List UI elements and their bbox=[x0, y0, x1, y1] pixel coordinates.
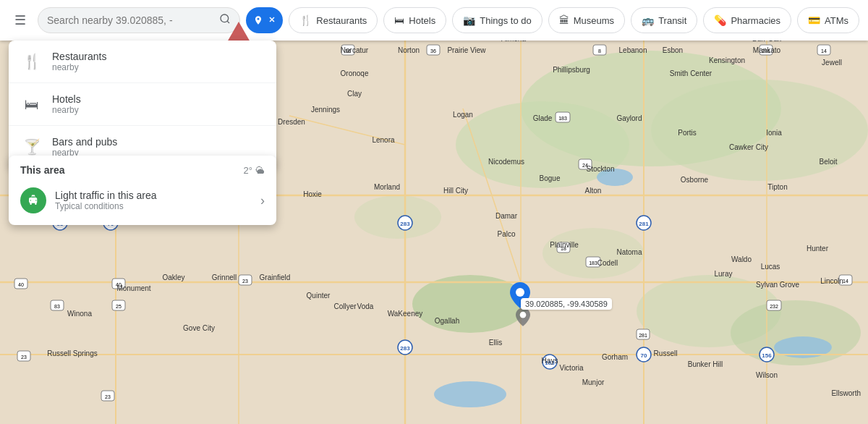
svg-text:23: 23 bbox=[242, 279, 248, 284]
svg-text:Victoria: Victoria bbox=[559, 364, 584, 372]
tab-atms[interactable]: 💳ATMs bbox=[797, 7, 859, 33]
search-input[interactable] bbox=[47, 14, 213, 26]
svg-text:Beloit: Beloit bbox=[819, 158, 837, 166]
svg-text:Munjor: Munjor bbox=[582, 378, 605, 386]
svg-text:Plainville: Plainville bbox=[550, 241, 579, 249]
svg-text:281: 281 bbox=[639, 221, 649, 227]
svg-text:183: 183 bbox=[589, 260, 597, 266]
svg-text:Lincoln: Lincoln bbox=[820, 277, 843, 285]
svg-text:36: 36 bbox=[430, 48, 436, 54]
svg-text:Nicodemus: Nicodemus bbox=[488, 158, 524, 166]
svg-text:23: 23 bbox=[105, 394, 111, 399]
svg-text:Grinnell: Grinnell bbox=[212, 274, 237, 281]
svg-text:Russell: Russell bbox=[654, 349, 678, 357]
svg-text:Hill City: Hill City bbox=[443, 187, 468, 195]
svg-text:Jennings: Jennings bbox=[311, 106, 340, 114]
tab-hotels[interactable]: 🛏Hotels bbox=[383, 7, 446, 33]
transit-tab-label: Transit bbox=[658, 15, 686, 26]
svg-text:25: 25 bbox=[116, 304, 122, 309]
svg-text:Palco: Palco bbox=[497, 230, 515, 238]
svg-text:Tipton: Tipton bbox=[767, 183, 787, 191]
svg-text:Esbon: Esbon bbox=[663, 46, 683, 54]
traffic-text: Light traffic in this area Typical condi… bbox=[55, 190, 252, 211]
svg-text:Voda: Voda bbox=[357, 302, 374, 310]
svg-text:14: 14 bbox=[843, 279, 848, 284]
tab-things-to-do[interactable]: 📷Things to do bbox=[452, 7, 542, 33]
traffic-card: This area 2° 🌥 Light traffic in this are… bbox=[9, 156, 276, 225]
svg-text:Gorham: Gorham bbox=[602, 353, 628, 361]
restaurants-tab-icon: 🍴 bbox=[299, 14, 312, 26]
weather-info: 2° 🌥 bbox=[244, 165, 265, 176]
tab-museums[interactable]: 🏛Museums bbox=[548, 7, 625, 33]
svg-text:Ellis: Ellis bbox=[489, 339, 502, 347]
svg-text:Logan: Logan bbox=[453, 111, 473, 119]
svg-text:Portis: Portis bbox=[678, 129, 697, 137]
dropdown-item-icon: 🛏 bbox=[23, 96, 41, 113]
dropdown-item[interactable]: 🛏 Hotels nearby bbox=[9, 83, 276, 126]
svg-text:Bogue: Bogue bbox=[540, 174, 561, 182]
tab-pharmacies[interactable]: 💊Pharmacies bbox=[703, 7, 791, 33]
svg-text:WaKeeney: WaKeeney bbox=[388, 310, 423, 318]
dropdown-item-icon: 🍴 bbox=[23, 53, 41, 70]
svg-text:Lucas: Lucas bbox=[761, 263, 780, 271]
svg-text:Hays: Hays bbox=[542, 357, 558, 365]
traffic-title: This area bbox=[20, 164, 64, 176]
svg-text:Luray: Luray bbox=[714, 270, 732, 278]
svg-text:70: 70 bbox=[641, 352, 647, 359]
svg-text:Waldo: Waldo bbox=[731, 255, 752, 263]
top-bar: ☰ 🍴Restaurants🛏Hotels📷Things to do🏛Museu… bbox=[0, 0, 868, 41]
svg-text:8: 8 bbox=[598, 48, 601, 54]
svg-text:283: 283 bbox=[400, 221, 410, 227]
weather-temp: 2° bbox=[244, 165, 252, 176]
coord-text: 39.020885, -99.430589 bbox=[525, 300, 608, 308]
tab-transit[interactable]: 🚌Transit bbox=[631, 7, 697, 33]
svg-text:Collyer: Collyer bbox=[333, 302, 357, 310]
transit-tab-icon: 🚌 bbox=[642, 14, 654, 26]
traffic-chevron: › bbox=[260, 193, 265, 208]
svg-text:Wilson: Wilson bbox=[756, 371, 778, 379]
dropdown-item[interactable]: 🍴 Restaurants nearby bbox=[9, 41, 276, 83]
tab-restaurants[interactable]: 🍴Restaurants bbox=[289, 7, 378, 33]
traffic-body[interactable]: Light traffic in this area Typical condi… bbox=[9, 182, 276, 225]
menu-icon[interactable]: ☰ bbox=[9, 7, 32, 34]
svg-text:Sylvan Grove: Sylvan Grove bbox=[756, 281, 799, 289]
svg-text:Ellsworth: Ellsworth bbox=[831, 389, 861, 397]
svg-text:Prairie View: Prairie View bbox=[447, 46, 486, 54]
pharmacies-tab-label: Pharmacies bbox=[731, 15, 780, 26]
dropdown-panel: 🍴 Restaurants nearby 🛏 Hotels nearby 🍸 B… bbox=[9, 41, 276, 168]
hotels-tab-icon: 🛏 bbox=[394, 14, 404, 26]
dropdown-item-icon: 🍸 bbox=[23, 138, 41, 156]
svg-text:283: 283 bbox=[400, 345, 410, 352]
atms-tab-icon: 💳 bbox=[808, 14, 820, 26]
svg-text:Norcatur: Norcatur bbox=[341, 46, 369, 54]
svg-text:Dresden: Dresden bbox=[278, 118, 305, 126]
svg-text:Ionia: Ionia bbox=[766, 129, 782, 137]
svg-text:23: 23 bbox=[21, 355, 27, 360]
svg-text:Bunker Hill: Bunker Hill bbox=[688, 360, 723, 368]
svg-text:Glade: Glade bbox=[533, 114, 553, 122]
dropdown-item-sub: nearby bbox=[52, 62, 106, 72]
restaurants-tab-label: Restaurants bbox=[316, 15, 367, 26]
dropdown-item-label: Restaurants bbox=[52, 51, 106, 62]
map-pin-secondary[interactable] bbox=[516, 308, 530, 329]
svg-text:Smith Center: Smith Center bbox=[670, 69, 712, 77]
traffic-main-text: Light traffic in this area bbox=[55, 190, 252, 201]
museums-tab-label: Museums bbox=[574, 15, 614, 26]
svg-text:Monument: Monument bbox=[116, 284, 150, 292]
svg-text:Norton: Norton bbox=[398, 46, 420, 54]
svg-text:14: 14 bbox=[821, 48, 827, 54]
museums-tab-icon: 🏛 bbox=[559, 14, 569, 26]
svg-text:Russell Springs: Russell Springs bbox=[47, 349, 97, 357]
things-to-do-tab-label: Things to do bbox=[480, 15, 532, 26]
svg-point-8 bbox=[354, 195, 441, 239]
svg-text:156: 156 bbox=[762, 352, 772, 359]
svg-text:232: 232 bbox=[770, 304, 778, 309]
svg-text:Damar: Damar bbox=[495, 212, 518, 220]
svg-point-10 bbox=[434, 381, 506, 407]
dropdown-item-label: Hotels bbox=[52, 93, 81, 105]
hotels-tab-label: Hotels bbox=[409, 15, 435, 26]
svg-text:Winona: Winona bbox=[67, 310, 92, 318]
svg-text:Jewell: Jewell bbox=[822, 59, 842, 67]
svg-text:Mankato: Mankato bbox=[753, 46, 781, 54]
svg-text:281: 281 bbox=[639, 333, 647, 338]
